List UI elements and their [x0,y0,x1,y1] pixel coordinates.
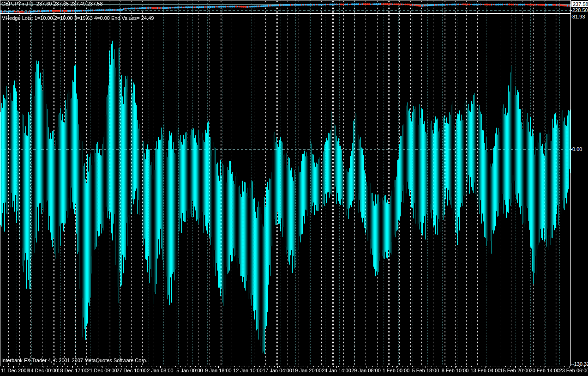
time-axis-major-tick [366,366,366,368]
mt4-chart-window: GBPJPYm,H1 237.60 237.65 237.49 237.58 M… [0,0,588,376]
current-price-box: 237.58 [571,1,588,7]
time-axis-label: 11 Dec 2006 [1,368,30,373]
indicator-canvas[interactable] [0,14,570,366]
indicator-scale-label: 81.93 [572,14,585,19]
time-axis-label: 12 Jan 10:00 [233,368,263,373]
time-axis-major-tick [426,366,426,368]
price-chart-panel[interactable]: GBPJPYm,H1 237.60 237.65 237.49 237.58 [0,0,570,13]
time-axis-minor-ticks [0,366,588,367]
current-price-value: 237.58 [573,1,588,7]
chart-left-border [0,0,0,366]
time-axis-major-tick [396,366,396,368]
chart-top-border [0,0,570,0]
indicator-scale-label: 0.00 [572,146,582,152]
time-axis-label: 15 Feb 20:00 [500,368,530,373]
time-axis-label: 1 Feb 00:00 [383,368,410,373]
time-axis-label: 21 Dec 09:00 [87,368,117,373]
time-axis-label: 24 Jan 14:00 [322,368,351,373]
time-axis-major-tick [72,366,73,368]
time-axis-label: 14 Dec 00:00 [28,368,58,373]
scale-tick [570,10,572,11]
time-axis-label: 13 Feb 04:00 [471,368,501,373]
time-axis-label: 19 Jan 20:00 [292,368,322,373]
time-axis-major-tick [132,366,132,368]
time-axis-major-tick [190,366,190,368]
price-scale-column[interactable]: 237.58 228.50 81.930.00-130.32 [571,0,588,376]
indicator-label: MHedge Lots: 1=10.00 2=10.00 3=19.63 4=0… [1,15,154,21]
time-axis-label: 17 Jan 04:00 [263,368,292,373]
time-axis-label: 18 Dec 17:00 [57,368,87,373]
time-axis-major-tick [545,366,545,368]
time-axis-major-tick [43,366,43,368]
scale-tick [570,17,572,17]
time-axis-label: 5 Feb 18:00 [412,368,439,373]
time-axis-major-tick [13,366,14,368]
time-axis-major-tick [102,366,102,368]
time-axis-label: 8 Feb 10:00 [442,368,469,373]
time-axis[interactable]: 11 Dec 200614 Dec 00:0018 Dec 17:0021 De… [0,366,588,376]
time-axis-label: 20 Feb 14:00 [530,368,560,373]
copyright-text: Interbank FX Trader 4, © 2001-2007 MetaQ… [1,358,147,363]
time-axis-label: 2 Jan 08:00 [147,368,174,373]
time-axis-label: 27 Dec 10:00 [116,368,146,373]
time-axis-label: 9 Jan 18:00 [205,368,232,373]
price-scale-label: 228.50 [572,7,588,13]
time-axis-major-tick [455,366,456,368]
time-axis-major-tick [248,366,248,368]
time-axis-major-tick [570,366,570,368]
time-axis-label: 29 Jan 08:00 [351,368,381,373]
symbol-ohlc-title: GBPJPYm,H1 237.60 237.65 237.49 237.58 [1,1,103,6]
time-axis-major-tick [486,366,486,368]
time-axis-major-tick [277,366,278,368]
time-axis-major-tick [336,366,337,368]
time-axis-major-tick [515,366,516,368]
time-axis-label: 5 Jan 00:00 [176,368,203,373]
indicator-panel[interactable]: MHedge Lots: 1=10.00 2=10.00 3=19.63 4=0… [0,14,570,366]
scale-tick [570,149,572,150]
scale-tick [570,364,572,364]
time-axis-major-tick [160,366,161,368]
time-axis-major-tick [307,366,307,368]
time-axis-major-tick [218,366,219,368]
time-axis-label: 23 Feb 06:00 [559,368,588,373]
